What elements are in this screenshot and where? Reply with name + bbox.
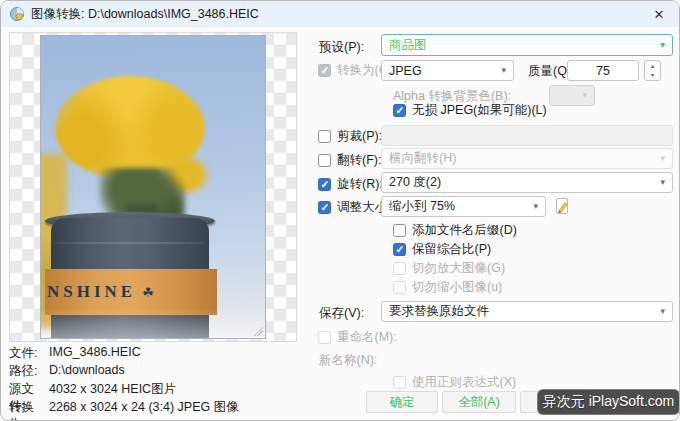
spinner-up-icon[interactable]: ▴: [645, 61, 660, 71]
close-icon[interactable]: ✕: [647, 3, 671, 25]
rotate-row: 旋转(R):: [318, 176, 383, 193]
resize-grip-icon: [252, 325, 263, 336]
no-enlarge-checkbox: [393, 262, 406, 275]
chevron-down-icon: ▾: [660, 154, 665, 163]
info-file-label: 文件:: [9, 345, 49, 362]
flip-label: 翻转(F):: [337, 152, 381, 169]
photo-haze: [41, 308, 265, 338]
ok-button[interactable]: 确定: [366, 391, 438, 413]
chevron-down-icon: ▾: [660, 307, 665, 316]
alpha-bg-dropdown: ▾: [549, 85, 595, 106]
keep-ratio-row: 保留综合比(P): [393, 241, 491, 258]
regex-row: 使用正则表达式(X): [393, 374, 516, 391]
save-value: 要求替换原始文件: [389, 303, 489, 320]
crop-checkbox[interactable]: [318, 130, 331, 143]
no-shrink-label: 切勿缩小图像(u): [412, 279, 502, 296]
info-output: 转换为: 2268 x 3024 x 24 (3:4) JPEG 图像: [9, 399, 239, 421]
rotate-dropdown[interactable]: 270 度(2) ▾: [381, 172, 673, 193]
edit-pencil-icon: [553, 197, 571, 215]
app-icon: [9, 6, 25, 22]
window-title: 图像转换: D:\downloads\IMG_3486.HEIC: [31, 6, 259, 23]
chevron-down-icon: ▾: [660, 178, 665, 187]
photo-preview: NSHINE ☘: [40, 35, 266, 339]
no-shrink-checkbox: [393, 281, 406, 294]
watermark-badge: 异次元 iPlaySoft.com: [537, 389, 680, 415]
info-output-label: 转换为:: [9, 399, 49, 421]
save-label: 保存(V):: [319, 305, 364, 322]
image-preview-panel: NSHINE ☘: [9, 32, 297, 342]
info-output-value: 2268 x 3024 x 24 (3:4) JPEG 图像: [49, 399, 239, 421]
flip-dropdown: 横向翻转(H) ▾: [381, 148, 673, 169]
spinner-down-icon[interactable]: ▾: [645, 71, 660, 81]
convert-to-checkbox[interactable]: [318, 64, 331, 77]
filename-suffix-label: 添加文件名后缀(D): [412, 222, 517, 239]
preset-dropdown[interactable]: 商品图 ▾: [381, 34, 673, 56]
rotate-value: 270 度(2): [389, 174, 441, 191]
preset-value: 商品图: [389, 37, 427, 54]
info-file-value: IMG_3486.HEIC: [49, 345, 141, 362]
save-dropdown[interactable]: 要求替换原始文件 ▾: [381, 301, 673, 322]
rotate-checkbox[interactable]: [318, 178, 331, 191]
rename-label: 重命名(M):: [337, 329, 397, 346]
rotate-label: 旋转(R):: [337, 176, 383, 193]
quality-input[interactable]: [567, 60, 639, 81]
filename-suffix-row: 添加文件名后缀(D): [393, 222, 517, 239]
chevron-down-icon: ▾: [501, 66, 506, 75]
info-path: 路径: D:\downloads: [9, 363, 125, 380]
clover-icon: ☘: [142, 285, 154, 300]
image-convert-dialog: 图像转换: D:\downloads\IMG_3486.HEIC ✕ NSHIN…: [0, 0, 680, 421]
no-enlarge-row: 切勿放大图像(G): [393, 260, 505, 277]
lossless-row: 无损 JPEG(如果可能)(L): [393, 102, 547, 119]
info-path-value: D:\downloads: [49, 363, 125, 380]
chevron-down-icon: ▾: [660, 40, 665, 50]
chevron-down-icon: ▾: [582, 91, 587, 100]
crop-row: 剪裁(P):: [318, 128, 382, 145]
filename-suffix-checkbox[interactable]: [393, 224, 406, 237]
new-name-label: 新名称(N):: [319, 352, 377, 369]
edit-resize-button[interactable]: [551, 195, 573, 217]
flip-value: 横向翻转(H): [389, 150, 456, 167]
resize-dropdown[interactable]: 缩小到 75% ▾: [381, 196, 546, 217]
title-bar: 图像转换: D:\downloads\IMG_3486.HEIC ✕: [1, 1, 679, 27]
crop-field: [381, 125, 673, 146]
no-enlarge-label: 切勿放大图像(G): [412, 260, 505, 277]
quality-stepper[interactable]: ▴ ▾: [644, 60, 661, 81]
regex-label: 使用正则表达式(X): [412, 374, 516, 391]
crop-label: 剪裁(P):: [337, 128, 382, 145]
chevron-down-icon: ▾: [533, 202, 538, 211]
flip-row: 翻转(F):: [318, 152, 381, 169]
photo-pot-ridge: [53, 242, 207, 244]
keep-ratio-checkbox[interactable]: [393, 243, 406, 256]
info-file: 文件: IMG_3486.HEIC: [9, 345, 141, 362]
rename-checkbox: [318, 331, 331, 344]
info-path-label: 路径:: [9, 363, 49, 380]
resize-value: 缩小到 75%: [389, 198, 455, 215]
resize-checkbox[interactable]: [318, 201, 331, 214]
format-value: JPEG: [389, 64, 422, 78]
pot-band-text: NSHINE: [45, 282, 136, 302]
rename-row: 重命名(M):: [318, 329, 397, 346]
preset-label: 预设(P):: [319, 39, 364, 56]
lossless-checkbox[interactable]: [393, 104, 406, 117]
all-button[interactable]: 全部(A): [442, 391, 516, 413]
regex-checkbox: [393, 376, 406, 389]
keep-ratio-label: 保留综合比(P): [412, 241, 491, 258]
flip-checkbox[interactable]: [318, 154, 331, 167]
no-shrink-row: 切勿缩小图像(u): [393, 279, 502, 296]
lossless-label: 无损 JPEG(如果可能)(L): [412, 102, 547, 119]
format-dropdown[interactable]: JPEG ▾: [381, 60, 514, 81]
